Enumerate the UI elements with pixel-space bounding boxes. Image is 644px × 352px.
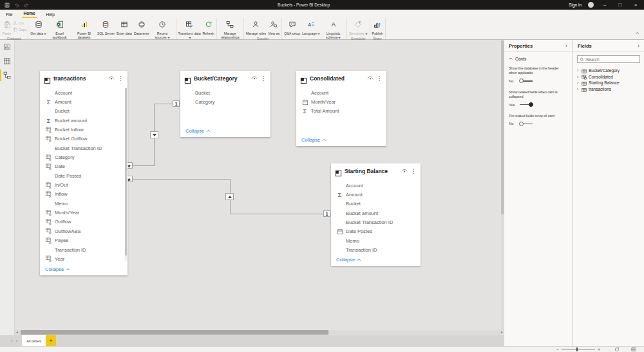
tab-nav-right-icon[interactable]: › bbox=[14, 338, 19, 343]
zoom-out-button[interactable]: − bbox=[556, 347, 559, 352]
field-in-out[interactable]: fxIn/Out bbox=[40, 180, 128, 189]
publish-button[interactable]: Publish bbox=[372, 19, 384, 36]
field-memo[interactable]: Memo bbox=[331, 236, 421, 245]
zoom-slider[interactable] bbox=[562, 347, 595, 352]
linguistic-schema-button[interactable]: ALinguistic schema bbox=[321, 19, 345, 40]
field-outflowabs[interactable]: fxOutflowABS bbox=[40, 227, 128, 236]
field-month-year[interactable]: fxMonth/Year bbox=[40, 208, 128, 217]
field-bucket-transaction-id[interactable]: Bucket Transaction ID bbox=[331, 218, 421, 227]
redo-icon[interactable] bbox=[24, 3, 29, 8]
toggle-switch[interactable] bbox=[519, 79, 533, 84]
excel-workbook-button[interactable]: Excel workbook bbox=[48, 19, 71, 40]
more-options-icon[interactable] bbox=[410, 168, 417, 174]
add-layout-button[interactable]: + bbox=[46, 335, 56, 346]
field-account[interactable]: Account bbox=[40, 88, 128, 97]
paste-button[interactable]: Paste bbox=[1, 19, 12, 36]
chevron-right-icon[interactable]: › bbox=[577, 87, 580, 91]
toggle-switch[interactable] bbox=[519, 121, 533, 126]
field-bucket-transaction-id[interactable]: Bucket Transaction ID bbox=[40, 144, 128, 153]
field-account[interactable]: Account bbox=[296, 88, 386, 97]
properties-panel-header[interactable]: Properties › bbox=[504, 40, 572, 52]
copy-button[interactable]: Copy bbox=[13, 27, 26, 32]
field-bucket-amount[interactable]: Bucket amount bbox=[331, 208, 421, 218]
relationship-line[interactable] bbox=[128, 179, 230, 180]
get-data-button[interactable]: Get data bbox=[30, 19, 47, 36]
minimize-button[interactable]: – bbox=[600, 0, 609, 10]
canvas-horizontal-scrollbar[interactable]: ◄ ► bbox=[15, 330, 504, 335]
field-bucket[interactable]: Bucket bbox=[180, 88, 270, 97]
field-date-posted[interactable]: Date Posted bbox=[331, 227, 421, 236]
visibility-eye-icon[interactable] bbox=[108, 75, 115, 82]
fit-to-screen-icon[interactable] bbox=[631, 347, 636, 352]
field-bucket-amount[interactable]: ΣBucket amount bbox=[40, 116, 128, 125]
chevron-right-icon[interactable]: › bbox=[577, 68, 580, 73]
field-outflow[interactable]: fxOutflow bbox=[40, 218, 128, 227]
zoom-in-button[interactable]: + bbox=[598, 347, 600, 352]
undo-icon[interactable] bbox=[14, 3, 19, 8]
manage-relationships-button[interactable]: Manage relationships bbox=[218, 19, 242, 40]
tab-file[interactable]: File bbox=[5, 12, 14, 18]
save-icon[interactable] bbox=[5, 3, 10, 8]
field-date-posted[interactable]: Date Posted bbox=[40, 171, 128, 180]
field-inflow[interactable]: fxInflow bbox=[40, 190, 128, 199]
recent-sources-button[interactable]: Recent sources bbox=[151, 19, 175, 40]
model-canvas[interactable]: * 1 * 1 transactions AccountΣAmountBucke… bbox=[15, 40, 504, 330]
field-amount[interactable]: ΣAmount bbox=[40, 97, 128, 106]
table-card-transactions[interactable]: transactions AccountΣAmountBucketΣBucket… bbox=[40, 71, 128, 275]
field-bucket-outflow[interactable]: fxBucket Outflow bbox=[40, 134, 128, 144]
scrollbar-thumb[interactable] bbox=[21, 330, 328, 335]
visibility-eye-icon[interactable] bbox=[367, 75, 374, 82]
cards-section-header[interactable]: Cards bbox=[509, 57, 567, 61]
enter-data-button[interactable]: Enter data bbox=[116, 19, 133, 36]
sensitivity-button[interactable]: Sensitivity bbox=[348, 19, 368, 36]
search-input[interactable] bbox=[586, 57, 638, 62]
sql-server-button[interactable]: SQL Server bbox=[97, 19, 115, 36]
visibility-eye-icon[interactable] bbox=[401, 168, 408, 174]
tab-all-tables[interactable]: All tables bbox=[22, 335, 46, 346]
collapse-ribbon-icon[interactable] bbox=[635, 26, 639, 37]
toggle-switch[interactable] bbox=[519, 102, 533, 107]
field-year[interactable]: fxYear bbox=[40, 254, 128, 263]
field-total-amount[interactable]: ΣTotal Amount bbox=[296, 107, 386, 116]
maximize-button[interactable]: □ bbox=[616, 0, 625, 10]
tab-nav-left-icon[interactable]: ‹ bbox=[9, 338, 14, 343]
cut-button[interactable]: Cut bbox=[13, 21, 26, 26]
collapse-link[interactable]: Collapse bbox=[301, 137, 327, 143]
collapse-link[interactable]: Collapse bbox=[45, 266, 70, 272]
card-scrollbar[interactable] bbox=[125, 88, 127, 261]
field-bucket[interactable]: Bucket bbox=[40, 107, 128, 116]
model-view-button[interactable] bbox=[0, 68, 14, 82]
chevron-right-icon[interactable]: › bbox=[577, 80, 580, 85]
scroll-left-arrow-icon[interactable]: ◄ bbox=[15, 330, 19, 335]
collapse-link[interactable]: Collapse bbox=[185, 128, 211, 134]
field-bucket[interactable]: Bucket bbox=[331, 199, 421, 208]
sign-in-button[interactable]: Sign in bbox=[569, 3, 582, 7]
more-options-icon[interactable] bbox=[117, 75, 124, 82]
field-memo[interactable]: Memo bbox=[40, 199, 128, 208]
view-as-button[interactable]: View as bbox=[267, 19, 280, 36]
chevron-right-icon[interactable]: › bbox=[577, 75, 580, 79]
field-bucket-inflow[interactable]: fxBucket Inflow bbox=[40, 125, 128, 134]
reset-zoom-icon[interactable] bbox=[614, 347, 620, 352]
q-a-setup-button[interactable]: Q&A setup bbox=[283, 19, 301, 36]
refresh-button[interactable]: Refresh bbox=[202, 19, 215, 36]
search-box[interactable] bbox=[577, 55, 640, 63]
field-payee[interactable]: fxPayee bbox=[40, 236, 128, 245]
field-month-year[interactable]: Month/Year bbox=[296, 97, 386, 106]
chevron-right-icon[interactable]: › bbox=[638, 43, 639, 49]
field-transaction-id[interactable]: Transaction ID bbox=[40, 245, 128, 254]
fields-panel-header[interactable]: Fields › bbox=[573, 40, 644, 52]
field-date[interactable]: fxDate bbox=[40, 162, 128, 171]
power-bi-datasets-button[interactable]: Power BI datasets bbox=[72, 19, 96, 40]
more-options-icon[interactable] bbox=[376, 75, 383, 82]
field-account[interactable]: Account bbox=[331, 181, 421, 190]
avatar[interactable] bbox=[588, 2, 594, 8]
tab-home[interactable]: Home bbox=[22, 10, 36, 18]
chevron-right-icon[interactable]: › bbox=[565, 43, 567, 49]
report-view-button[interactable] bbox=[0, 40, 14, 54]
manage-roles-button[interactable]: Manage roles bbox=[245, 19, 267, 36]
close-button[interactable]: × bbox=[631, 0, 640, 10]
more-options-icon[interactable] bbox=[260, 75, 267, 82]
field-amount[interactable]: ΣAmount bbox=[331, 190, 421, 199]
table-card-starting-balance[interactable]: Starting Balance AccountΣAmountBucketBuc… bbox=[331, 163, 421, 266]
